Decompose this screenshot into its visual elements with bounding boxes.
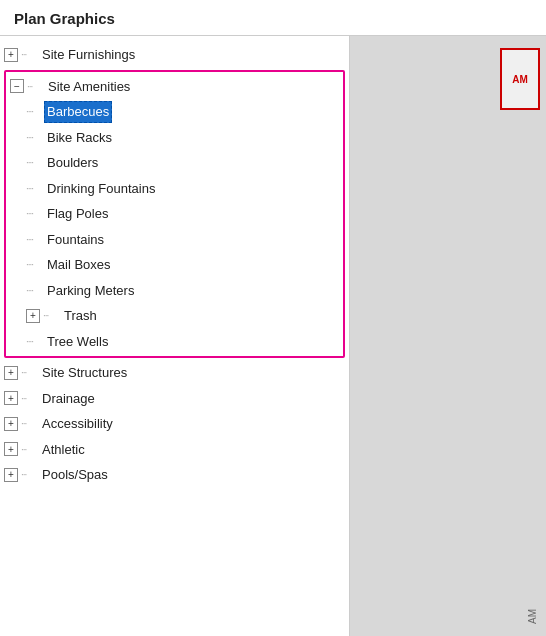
tree-item-pools-spas[interactable]: + ··· Pools/Spas xyxy=(0,462,349,488)
item-label: Fountains xyxy=(44,229,107,251)
item-label: Drainage xyxy=(39,388,98,410)
connector: ··· xyxy=(21,442,39,457)
tree-item-trash[interactable]: + ··· Trash xyxy=(6,303,343,329)
tree-item-fountains[interactable]: ···· Fountains xyxy=(6,227,343,253)
tree-panel[interactable]: + ··· Site Furnishings − ··· Site Amenit… xyxy=(0,36,350,636)
tree-item-site-structures[interactable]: + ··· Site Structures xyxy=(0,360,349,386)
connector: ··· xyxy=(43,308,61,323)
connector: ··· xyxy=(21,47,39,62)
item-label: Accessibility xyxy=(39,413,116,435)
connector: ···· xyxy=(26,334,44,349)
tree-item-tree-wells[interactable]: ···· Tree Wells xyxy=(6,329,343,355)
item-label: Site Structures xyxy=(39,362,130,384)
panel-title: Plan Graphics xyxy=(0,0,546,36)
connector: ··· xyxy=(21,365,39,380)
expander-icon[interactable]: + xyxy=(4,391,18,405)
item-label: Bike Racks xyxy=(44,127,115,149)
expander-icon[interactable]: + xyxy=(4,417,18,431)
expander-icon[interactable]: − xyxy=(10,79,24,93)
connector: ··· xyxy=(27,79,45,94)
item-label: Athletic xyxy=(39,439,88,461)
connector: ···· xyxy=(26,232,44,247)
item-label: Tree Wells xyxy=(44,331,111,353)
connector: ··· xyxy=(21,391,39,406)
main-area: + ··· Site Furnishings − ··· Site Amenit… xyxy=(0,36,546,636)
connector: ··· xyxy=(21,416,39,431)
tree-item-barbecues[interactable]: ···· Barbecues xyxy=(6,99,343,125)
tree-item-site-furnishings[interactable]: + ··· Site Furnishings xyxy=(0,42,349,68)
item-label: Trash xyxy=(61,305,100,327)
tree-item-bike-racks[interactable]: ···· Bike Racks xyxy=(6,125,343,151)
tree-item-accessibility[interactable]: + ··· Accessibility xyxy=(0,411,349,437)
highlighted-group: − ··· Site Amenities ···· Barbecues ····… xyxy=(4,70,345,359)
right-panel: AM AM xyxy=(350,36,546,636)
connector: ···· xyxy=(26,257,44,272)
item-label: Parking Meters xyxy=(44,280,137,302)
tree-item-flag-poles[interactable]: ···· Flag Poles xyxy=(6,201,343,227)
item-label: Drinking Fountains xyxy=(44,178,158,200)
tree-item-mail-boxes[interactable]: ···· Mail Boxes xyxy=(6,252,343,278)
connector: ···· xyxy=(26,155,44,170)
item-label: Site Furnishings xyxy=(39,44,138,66)
tree-item-boulders[interactable]: ···· Boulders xyxy=(6,150,343,176)
item-label: Barbecues xyxy=(44,101,112,123)
tree-item-drainage[interactable]: + ··· Drainage xyxy=(0,386,349,412)
tree-item-parking-meters[interactable]: ···· Parking Meters xyxy=(6,278,343,304)
connector: ···· xyxy=(26,181,44,196)
connector: ···· xyxy=(26,206,44,221)
item-label: Boulders xyxy=(44,152,101,174)
expander-icon[interactable]: + xyxy=(26,309,40,323)
connector: ··· xyxy=(21,467,39,482)
expander-icon[interactable]: + xyxy=(4,366,18,380)
expander-icon[interactable]: + xyxy=(4,442,18,456)
expander-icon[interactable]: + xyxy=(4,468,18,482)
item-label: Site Amenities xyxy=(45,76,133,98)
connector: ···· xyxy=(26,104,44,119)
item-label: Mail Boxes xyxy=(44,254,114,276)
item-label: Pools/Spas xyxy=(39,464,111,486)
tree-item-drinking-fountains[interactable]: ···· Drinking Fountains xyxy=(6,176,343,202)
tree-item-athletic[interactable]: + ··· Athletic xyxy=(0,437,349,463)
item-label: Flag Poles xyxy=(44,203,111,225)
right-panel-label: AM xyxy=(527,609,538,624)
expander-icon[interactable]: + xyxy=(4,48,18,62)
connector: ···· xyxy=(26,283,44,298)
tree-item-site-amenities[interactable]: − ··· Site Amenities xyxy=(6,74,343,100)
connector: ···· xyxy=(26,130,44,145)
thumbnail-label: AM xyxy=(512,74,528,85)
